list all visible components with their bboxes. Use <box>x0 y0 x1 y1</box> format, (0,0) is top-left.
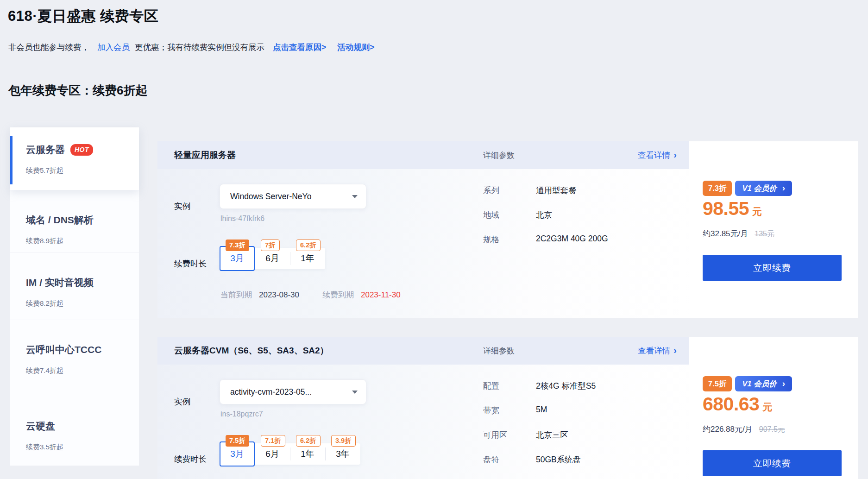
price-line: 98.55 元 <box>703 198 762 220</box>
param-label: 可用区 <box>483 429 536 441</box>
monthly-price-line: 约226.88元/月 907.5元 <box>703 424 785 435</box>
instance-label: 实例 <box>174 396 190 407</box>
renew-expiry-date: 2023-11-30 <box>361 290 401 300</box>
renew-now-button[interactable]: 立即续费 <box>703 450 842 476</box>
sidebar-item-label: 域名 / DNS解析 <box>26 214 94 227</box>
param-row: 配置 2核4G 标准型S5 <box>483 380 596 391</box>
view-reason-link[interactable]: 点击查看原因> <box>273 42 326 53</box>
param-value: 北京三区 <box>536 429 568 441</box>
current-expiry-label: 当前到期 <box>220 290 252 300</box>
param-value: 通用型套餐 <box>536 185 577 196</box>
sidebar-item-title: IM / 实时音视频 <box>26 276 139 289</box>
param-label: 规格 <box>483 234 536 245</box>
duration-label: 续费时长 <box>174 258 207 269</box>
original-price: 135元 <box>755 229 774 239</box>
params-header-label: 详细参数 <box>483 150 515 161</box>
sidebar-item-label: 云硬盘 <box>26 420 55 433</box>
chevron-right-icon: › <box>673 346 677 355</box>
param-label: 带宽 <box>483 405 536 416</box>
instance-select-value: Windows Server-NeYo <box>230 192 311 202</box>
instance-select[interactable]: activity-cvm-2023-05... <box>220 379 366 404</box>
renew-now-button[interactable]: 立即续费 <box>703 255 842 281</box>
param-label: 系列 <box>483 185 536 196</box>
sidebar-item-im[interactable]: IM / 实时音视频 续费8.2折起 <box>10 252 139 320</box>
param-row: 系列 通用型套餐 <box>483 185 577 196</box>
discount-badge: 7.5折 <box>703 376 732 391</box>
view-detail-label: 查看详情 <box>638 345 670 356</box>
discount-tag: 6.2折 <box>296 435 321 447</box>
subtitle-text: 非会员也能参与续费， <box>8 42 89 53</box>
monthly-price: 约226.88元/月 <box>703 424 753 435</box>
param-value: 2核4G 标准型S5 <box>536 380 596 391</box>
card-main: 轻量应用服务器 详细参数 查看详情 › 实例 Windows Server-Ne… <box>157 141 689 318</box>
hot-badge: HOT <box>70 144 93 156</box>
card-title: 云服务器CVM（S6、S5、SA3、SA2） <box>174 345 329 357</box>
sidebar-item-tccc[interactable]: 云呼叫中心TCCC 续费7.4折起 <box>10 320 139 387</box>
param-value: 北京 <box>536 209 552 221</box>
price-currency: 元 <box>752 205 762 218</box>
param-label: 盘符 <box>483 454 536 465</box>
activity-rules-link[interactable]: 活动规则> <box>337 42 374 53</box>
card-header: 轻量应用服务器 详细参数 查看详情 › <box>157 141 689 169</box>
price-amount: 98.55 <box>703 198 749 220</box>
sidebar-item-title: 域名 / DNS解析 <box>26 214 139 227</box>
price-amount: 680.63 <box>703 393 759 415</box>
sidebar-item-discount: 续费3.5折起 <box>26 443 139 452</box>
discount-tag: 7.3折 <box>226 240 249 251</box>
view-detail-label: 查看详情 <box>638 150 670 161</box>
member-price-badge[interactable]: V1 会员价 › <box>735 181 792 196</box>
card-main: 云服务器CVM（S6、S5、SA3、SA2） 详细参数 查看详情 › 实例 ac… <box>157 337 689 479</box>
member-price-label: V1 会员价 <box>742 183 776 194</box>
join-member-link[interactable]: 加入会员 <box>97 42 130 53</box>
sidebar-item-title: 云服务器 HOT <box>26 143 139 156</box>
param-row: 地域 北京 <box>483 209 552 221</box>
view-detail-link[interactable]: 查看详情 › <box>638 345 677 356</box>
instance-id: lhins-47fkfrk6 <box>220 214 264 223</box>
discount-tag: 7折 <box>261 240 280 251</box>
price-badges: 7.5折 V1 会员价 › <box>703 376 792 391</box>
param-row: 规格 2C2G3M 40G 200G <box>483 234 608 245</box>
monthly-price: 约32.85元/月 <box>703 228 748 239</box>
product-card-cvm: 云服务器CVM（S6、S5、SA3、SA2） 详细参数 查看详情 › 实例 ac… <box>157 337 858 479</box>
instance-id: ins-18pqzrc7 <box>220 410 263 418</box>
discount-tag: 7.1折 <box>261 435 285 447</box>
instance-label: 实例 <box>174 201 190 212</box>
monthly-price-line: 约32.85元/月 135元 <box>703 228 774 239</box>
param-row: 盘符 50GB系统盘 <box>483 454 581 465</box>
sidebar-item-label: 云服务器 <box>26 143 65 156</box>
sidebar-item-label: 云呼叫中心TCCC <box>26 343 101 356</box>
param-row: 可用区 北京三区 <box>483 429 568 441</box>
sidebar-item-dns[interactable]: 域名 / DNS解析 续费8.9折起 <box>10 190 139 252</box>
original-price: 907.5元 <box>759 425 785 435</box>
sidebar-item-cloud-server[interactable]: 云服务器 HOT 续费5.7折起 <box>10 127 139 190</box>
param-value: 5M <box>536 405 547 416</box>
member-price-label: V1 会员价 <box>742 379 776 389</box>
expiry-row: 当前到期 2023-08-30 续费到期 2023-11-30 <box>220 290 401 300</box>
instance-select[interactable]: Windows Server-NeYo <box>220 184 366 209</box>
price-panel: 7.3折 V1 会员价 › 98.55 元 约32.85元/月 135元 立即续… <box>689 141 858 318</box>
discount-tag: 6.2折 <box>296 240 321 251</box>
section-title: 包年续费专区：续费6折起 <box>8 82 147 99</box>
discount-tag: 7.5折 <box>226 435 249 447</box>
category-sidebar: 云服务器 HOT 续费5.7折起 域名 / DNS解析 续费8.9折起 IM /… <box>10 127 139 466</box>
sidebar-item-discount: 续费5.7折起 <box>26 166 139 175</box>
card-header: 云服务器CVM（S6、S5、SA3、SA2） 详细参数 查看详情 › <box>157 337 689 365</box>
sidebar-item-discount: 续费7.4折起 <box>26 366 139 375</box>
params-header-label: 详细参数 <box>483 346 515 356</box>
instance-select-value: activity-cvm-2023-05... <box>230 387 312 397</box>
product-cards: 轻量应用服务器 详细参数 查看详情 › 实例 Windows Server-Ne… <box>157 141 858 479</box>
card-title: 轻量应用服务器 <box>174 149 236 161</box>
param-value: 50GB系统盘 <box>536 454 581 465</box>
page-title: 618·夏日盛惠 续费专区 <box>8 6 158 26</box>
discount-badge: 7.3折 <box>703 181 732 196</box>
chevron-right-icon: › <box>782 183 785 192</box>
chevron-right-icon: › <box>782 379 785 388</box>
sidebar-item-cbs[interactable]: 云硬盘 续费3.5折起 <box>10 387 139 466</box>
sidebar-item-discount: 续费8.2折起 <box>26 299 139 308</box>
product-card-lighthouse: 轻量应用服务器 详细参数 查看详情 › 实例 Windows Server-Ne… <box>157 141 858 318</box>
view-detail-link[interactable]: 查看详情 › <box>638 150 677 161</box>
sidebar-item-title: 云硬盘 <box>26 420 139 433</box>
caret-down-icon <box>352 195 358 198</box>
subtitle-bar: 非会员也能参与续费， 加入会员 更优惠；我有待续费实例但没有展示 点击查看原因>… <box>8 42 374 53</box>
member-price-badge[interactable]: V1 会员价 › <box>735 376 792 391</box>
